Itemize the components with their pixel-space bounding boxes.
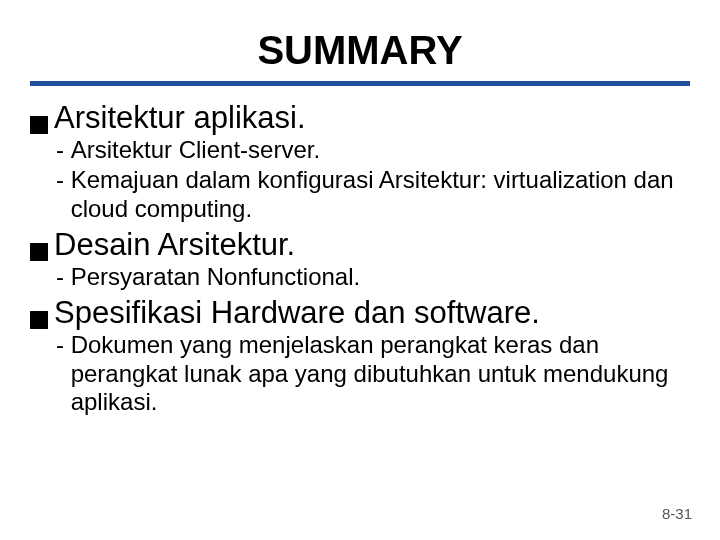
section-2: Desain Arsitektur. - Persyaratan Nonfunc…: [30, 227, 690, 291]
section-2-subs: - Persyaratan Nonfunctional.: [56, 263, 680, 291]
dash-icon: -: [56, 263, 71, 291]
slide-title: SUMMARY: [30, 28, 690, 73]
sub-text: Arsitektur Client-server.: [71, 136, 320, 164]
heading-text: Desain Arsitektur.: [54, 227, 295, 263]
sub-text: Dokumen yang menjelaskan perangkat keras…: [71, 331, 680, 416]
sub-item: - Arsitektur Client-server.: [56, 136, 680, 164]
dash-icon: -: [56, 166, 71, 223]
sub-item: - Dokumen yang menjelaskan perangkat ker…: [56, 331, 680, 416]
square-bullet-icon: [30, 243, 48, 261]
dash-icon: -: [56, 136, 71, 164]
section-1-subs: - Arsitektur Client-server. - Kemajuan d…: [56, 136, 680, 223]
square-bullet-icon: [30, 116, 48, 134]
section-heading-2: Desain Arsitektur.: [30, 227, 690, 263]
sub-item: - Persyaratan Nonfunctional.: [56, 263, 680, 291]
sub-text: Persyaratan Nonfunctional.: [71, 263, 361, 291]
sub-item: - Kemajuan dalam konfigurasi Arsitektur:…: [56, 166, 680, 223]
sub-text: Kemajuan dalam konfigurasi Arsitektur: v…: [71, 166, 680, 223]
section-heading-1: Arsitektur aplikasi.: [30, 100, 690, 136]
section-3-subs: - Dokumen yang menjelaskan perangkat ker…: [56, 331, 680, 416]
heading-text: Arsitektur aplikasi.: [54, 100, 306, 136]
section-3: Spesifikasi Hardware dan software. - Dok…: [30, 295, 690, 416]
slide-number: 8-31: [662, 505, 692, 522]
heading-text: Spesifikasi Hardware dan software.: [54, 295, 540, 331]
dash-icon: -: [56, 331, 71, 416]
title-underline: [30, 81, 690, 86]
square-bullet-icon: [30, 311, 48, 329]
slide: SUMMARY Arsitektur aplikasi. - Arsitektu…: [0, 0, 720, 540]
section-1: Arsitektur aplikasi. - Arsitektur Client…: [30, 100, 690, 223]
section-heading-3: Spesifikasi Hardware dan software.: [30, 295, 690, 331]
